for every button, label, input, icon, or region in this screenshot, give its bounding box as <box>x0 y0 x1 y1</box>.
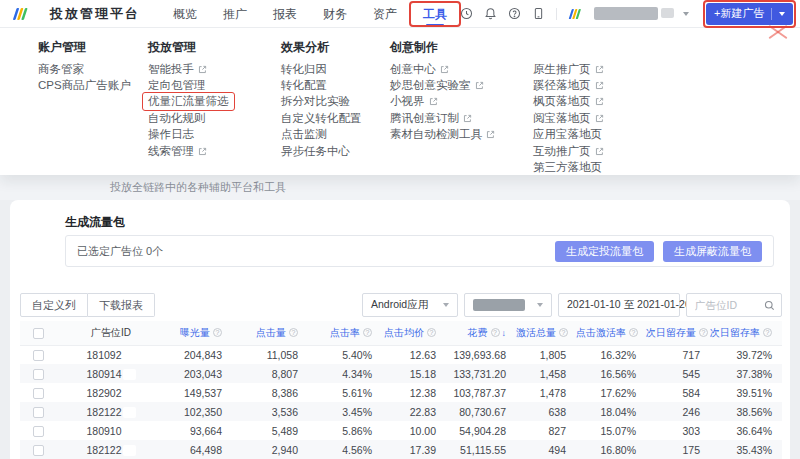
row-checkbox[interactable] <box>33 350 44 361</box>
column-header-cost[interactable]: 花费 <box>446 321 516 345</box>
menu-item-targeting-package[interactable]: 定向包管理 <box>148 77 229 93</box>
table-row[interactable]: 180910 93,664 5,489 5.86% 10.00 54,904.2… <box>20 421 782 440</box>
ad-slot-search-box[interactable] <box>686 293 782 317</box>
account-select[interactable] <box>464 293 552 317</box>
menu-item-native-promo-page[interactable]: 原生推广页 <box>533 61 604 77</box>
mobile-app-icon[interactable] <box>532 7 545 20</box>
menu-item-cps-ad-account[interactable]: CPS商品广告账户 <box>38 77 131 93</box>
row-checkbox[interactable] <box>33 445 44 456</box>
avg-click-price-value: 22.83 <box>382 402 446 421</box>
table-row[interactable]: 182902 149,537 8,386 5.61% 12.38 103,787… <box>20 383 782 402</box>
new-ad-dropdown-caret-icon[interactable] <box>779 12 785 16</box>
tools-description-banner: 投放全链路中的各种辅助平台和工具 <box>0 175 800 200</box>
column-header-exposure[interactable]: 曝光量 <box>166 321 232 345</box>
nav-item-assets[interactable]: 资产 <box>360 0 410 28</box>
menu-item-youlianghui-traffic-filter[interactable]: 优量汇流量筛选 <box>148 94 229 110</box>
ad-slot-id-value: 180914 <box>86 368 121 380</box>
menu-column-title: 效果分析 <box>281 40 362 54</box>
menu-item-tencent-creative-custom[interactable]: 腾讯创意订制 <box>390 110 495 126</box>
activations-value: 827 <box>516 421 576 440</box>
cost-value: 54,904.28 <box>446 421 516 440</box>
info-icon[interactable] <box>763 328 772 337</box>
column-header-next-day-retention-rate[interactable]: 次日留存率 <box>710 321 782 345</box>
date-range-value: 2021-01-10 至 2021-01-20 <box>567 298 691 312</box>
nav-item-reports[interactable]: 报表 <box>260 0 310 28</box>
info-icon[interactable] <box>559 328 568 337</box>
menu-item-operation-log[interactable]: 操作日志 <box>148 127 229 143</box>
menu-item-xijing-landing-page[interactable]: 蹊径落地页 <box>533 77 604 93</box>
nav-item-promotion[interactable]: 推广 <box>210 0 260 28</box>
info-icon[interactable] <box>363 328 372 337</box>
nav-item-overview[interactable]: 概览 <box>160 0 210 28</box>
avg-click-price-value: 17.39 <box>382 440 446 459</box>
ad-slot-id-value: 182122 <box>86 444 121 456</box>
select-all-checkbox[interactable] <box>33 328 44 339</box>
chevron-down-icon <box>443 303 449 307</box>
menu-item-interactive-promo-page[interactable]: 互动推广页 <box>533 143 604 159</box>
new-ad-button[interactable]: +新建广告 <box>706 3 793 25</box>
info-icon[interactable] <box>289 328 298 337</box>
menu-item-async-task-center[interactable]: 异步任务中心 <box>281 143 362 159</box>
row-checkbox[interactable] <box>33 388 44 399</box>
menu-column-creative: 创意制作 创意中心 妙思创意实验室 小视界 腾讯创意订制 素材自动检测工具 <box>390 40 495 143</box>
table-row[interactable]: 182122 64,498 2,940 4.56% 17.39 51,115.5… <box>20 440 782 459</box>
menu-item-third-party-landing-page[interactable]: 第三方落地页 <box>533 159 604 175</box>
menu-item-fengye-landing-page[interactable]: 枫页落地页 <box>533 94 604 110</box>
table-row[interactable]: 181092 204,843 11,058 5.40% 12.63 139,69… <box>20 345 782 364</box>
generate-blocked-package-button[interactable]: 生成屏蔽流量包 <box>663 241 762 262</box>
brand-logo-icon[interactable] <box>12 7 30 21</box>
column-header-ad-slot-id: 广告位ID <box>56 321 166 345</box>
external-link-icon <box>595 65 604 74</box>
column-header-next-day-retention[interactable]: 次日留存量 <box>646 321 710 345</box>
menu-item-conversion-config[interactable]: 转化配置 <box>281 77 362 93</box>
menu-item-conversion-attribution[interactable]: 转化归因 <box>281 61 362 77</box>
date-range-picker[interactable]: 2021-01-10 至 2021-01-20 <box>558 293 680 317</box>
table-row[interactable]: 182122 102,350 3,536 3.45% 22.83 80,730.… <box>20 402 782 421</box>
menu-item-yuebao-landing-page[interactable]: 阅宝落地页 <box>533 110 604 126</box>
menu-item-click-monitoring[interactable]: 点击监测 <box>281 127 362 143</box>
clicks-value: 3,536 <box>232 402 308 421</box>
new-ad-button-label: +新建广告 <box>714 6 764 21</box>
menu-item-leads-management[interactable]: 线索管理 <box>148 143 229 159</box>
sort-desc-icon[interactable] <box>502 328 507 338</box>
help-icon[interactable] <box>508 7 521 20</box>
menu-item-smart-bidder[interactable]: 智能投手 <box>148 61 229 77</box>
user-menu-caret-icon[interactable] <box>683 12 689 16</box>
user-account-redacted[interactable] <box>594 7 658 20</box>
row-checkbox[interactable] <box>33 407 44 418</box>
info-icon[interactable] <box>699 328 708 337</box>
download-report-button[interactable]: 下载报表 <box>88 293 155 317</box>
table-row[interactable]: 180914 203,043 8,807 4.34% 15.18 133,731… <box>20 364 782 383</box>
row-checkbox[interactable] <box>33 369 44 380</box>
menu-item-material-auto-check[interactable]: 素材自动检测工具 <box>390 127 495 143</box>
menu-item-xiaoshijie[interactable]: 小视界 <box>390 94 495 110</box>
column-header-activations[interactable]: 激活总量 <box>516 321 576 345</box>
search-input[interactable] <box>695 299 764 311</box>
menu-item-creative-center[interactable]: 创意中心 <box>390 61 495 77</box>
info-icon[interactable] <box>629 328 638 337</box>
column-header-ctr[interactable]: 点击率 <box>308 321 382 345</box>
info-icon[interactable] <box>427 328 436 337</box>
column-header-avg-click-price[interactable]: 点击均价 <box>382 321 446 345</box>
nav-item-tools[interactable]: 工具 <box>410 0 460 28</box>
nav-item-finance[interactable]: 财务 <box>310 0 360 28</box>
menu-item-custom-conversion[interactable]: 自定义转化配置 <box>281 110 362 126</box>
generate-targeted-package-button[interactable]: 生成定投流量包 <box>555 241 654 262</box>
menu-item-yingyongbao-landing-page[interactable]: 应用宝落地页 <box>533 127 604 143</box>
menu-item-miaosi-lab[interactable]: 妙思创意实验室 <box>390 77 495 93</box>
platform-select[interactable]: Android应用 <box>362 293 458 317</box>
column-header-click-activation-rate[interactable]: 点击激活率 <box>576 321 646 345</box>
custom-columns-button[interactable]: 自定义列 <box>20 293 88 317</box>
activations-value: 638 <box>516 402 576 421</box>
menu-item-business-butler[interactable]: 商务管家 <box>38 61 131 77</box>
info-icon[interactable] <box>491 328 500 337</box>
menu-item-split-test[interactable]: 拆分对比实验 <box>281 94 362 110</box>
history-icon[interactable] <box>460 7 473 20</box>
exposure-value: 204,843 <box>166 345 232 364</box>
menu-item-automation-rules[interactable]: 自动化规则 <box>148 110 229 126</box>
info-icon[interactable] <box>213 328 222 337</box>
column-header-clicks[interactable]: 点击量 <box>232 321 308 345</box>
row-checkbox[interactable] <box>33 426 44 437</box>
notification-bell-icon[interactable] <box>484 7 497 20</box>
ad-slot-id-value: 182122 <box>86 406 121 418</box>
